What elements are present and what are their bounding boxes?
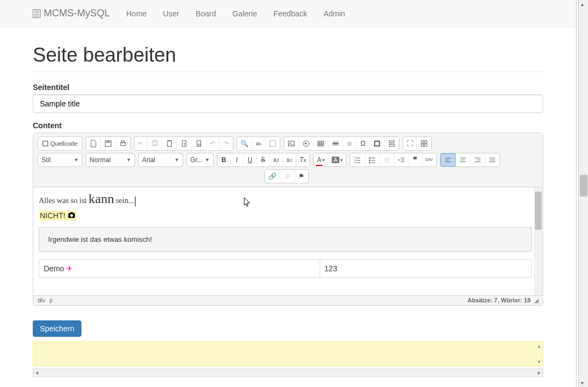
content-marker: NICHT!: [39, 211, 77, 221]
title-label: Seitentitel: [33, 83, 543, 92]
wordcount: Absätze: 7, Wörter: 18: [467, 297, 531, 304]
editor-toolbar: Quellcode ✂ T W ↶: [33, 133, 543, 187]
top-navbar: MCMS-MySQL Home User Board Galerie Feedb…: [0, 0, 576, 27]
horizontal-scrollbar[interactable]: ◂▸: [33, 368, 543, 377]
strike-button[interactable]: S: [257, 153, 270, 166]
flash-button[interactable]: [299, 137, 314, 150]
subscript-button[interactable]: x2: [270, 153, 283, 166]
element-path[interactable]: div p: [38, 297, 55, 304]
page-vscroll[interactable]: ▴ ▾: [578, 0, 588, 387]
find-button[interactable]: 🔍: [237, 137, 252, 150]
align-left-button[interactable]: [440, 153, 456, 166]
camera-icon: [68, 211, 75, 220]
svg-rect-7: [168, 140, 170, 141]
redo-button[interactable]: ↷: [220, 137, 233, 150]
plane-icon: ✈: [66, 264, 73, 273]
smiley-button[interactable]: ☺: [343, 137, 357, 150]
svg-rect-3: [121, 141, 124, 143]
link-button[interactable]: 🔗: [265, 170, 280, 183]
editor-content-area[interactable]: Alles was so ist kann sein... NICHT! Irg…: [33, 187, 543, 295]
svg-rect-2: [120, 142, 125, 145]
paste-button[interactable]: [162, 137, 177, 150]
table-button[interactable]: [314, 137, 328, 150]
paste-text-button[interactable]: T: [177, 137, 192, 150]
title-input[interactable]: [33, 94, 543, 113]
replace-button[interactable]: ab: [252, 137, 266, 150]
nav-galerie[interactable]: Galerie: [224, 9, 265, 18]
content-table: Demo ✈ 123: [39, 259, 532, 278]
anchor-button[interactable]: ⚑: [295, 170, 308, 183]
numberlist-button[interactable]: 123: [350, 153, 365, 166]
editor-vscroll[interactable]: [534, 187, 543, 295]
print-button[interactable]: [116, 137, 130, 150]
content-label: Content: [33, 121, 543, 130]
nav-admin[interactable]: Admin: [315, 9, 354, 18]
align-justify-button[interactable]: [485, 153, 499, 166]
svg-rect-30: [425, 141, 427, 143]
hr-button[interactable]: [328, 137, 343, 150]
align-right-button[interactable]: [471, 153, 485, 166]
brand-text: MCMS-MySQL: [44, 8, 110, 19]
bulletlist-button[interactable]: [365, 153, 380, 166]
selectall-button[interactable]: [266, 137, 280, 150]
svg-rect-25: [375, 142, 379, 146]
content-quote: Irgendwie ist das etwas komisch!: [39, 227, 532, 252]
brand-icon: [33, 9, 40, 18]
size-combo[interactable]: Gr...▼: [186, 153, 214, 167]
brand[interactable]: MCMS-MySQL: [33, 8, 118, 19]
paste-word-button[interactable]: W: [192, 137, 207, 150]
panel-arrow-down[interactable]: ▾: [538, 359, 540, 365]
align-center-button[interactable]: [456, 153, 471, 166]
panel-arrow-up[interactable]: ▴: [538, 343, 540, 349]
content-line-1: Alles was so ist kann sein...: [39, 192, 532, 206]
maximize-button[interactable]: ⛶: [403, 137, 417, 150]
svg-text:W: W: [197, 142, 201, 146]
svg-point-43: [369, 162, 371, 164]
unlink-button[interactable]: [280, 170, 295, 183]
rich-text-editor: Quellcode ✂ T W ↶: [33, 133, 543, 306]
preview-button[interactable]: [101, 137, 116, 150]
textcolor-button[interactable]: A▾: [314, 153, 328, 166]
bold-button[interactable]: B: [217, 153, 231, 166]
page-title: Seite bearbeiten: [33, 44, 543, 72]
nav-board[interactable]: Board: [187, 9, 224, 18]
svg-text:T: T: [183, 142, 186, 146]
svg-text:3: 3: [354, 161, 356, 164]
italic-button[interactable]: I: [231, 153, 244, 166]
pagebreak-button[interactable]: [385, 137, 399, 150]
svg-point-66: [70, 214, 73, 217]
outdent-button[interactable]: [380, 153, 395, 166]
indent-button[interactable]: [395, 153, 409, 166]
showblocks-button[interactable]: [417, 137, 431, 150]
specialchar-button[interactable]: Ω: [357, 137, 370, 150]
svg-point-41: [369, 160, 371, 162]
blockquote-button[interactable]: ❞: [409, 153, 422, 166]
svg-rect-32: [425, 144, 427, 146]
undo-button[interactable]: ↶: [207, 137, 220, 150]
save-button[interactable]: Speichern: [33, 320, 81, 337]
div-button[interactable]: DIV: [422, 153, 436, 166]
bottom-panel: ▴ ▾: [33, 341, 543, 366]
superscript-button[interactable]: x2: [283, 153, 296, 166]
newpage-button[interactable]: [86, 137, 101, 150]
nav-home[interactable]: Home: [118, 9, 155, 18]
format-combo[interactable]: Normal▼: [86, 153, 135, 167]
style-combo[interactable]: Stil▼: [38, 153, 83, 167]
svg-rect-12: [269, 141, 275, 147]
nav-user[interactable]: User: [155, 9, 187, 18]
copy-button[interactable]: [148, 137, 162, 150]
resize-handle[interactable]: ◢: [534, 297, 538, 304]
editor-statusbar: div p Absätze: 7, Wörter: 18 ◢: [33, 295, 543, 305]
iframe-button[interactable]: [370, 137, 385, 150]
removeformat-button[interactable]: Tx: [296, 153, 309, 166]
source-button[interactable]: Quellcode: [38, 137, 82, 150]
image-button[interactable]: [284, 137, 299, 150]
font-combo[interactable]: Arial▼: [138, 153, 183, 167]
underline-button[interactable]: U: [244, 153, 257, 166]
svg-rect-6: [167, 141, 171, 147]
bgcolor-button[interactable]: A▾: [328, 153, 345, 166]
svg-rect-65: [70, 212, 73, 214]
svg-point-39: [369, 157, 371, 159]
cut-button[interactable]: ✂: [134, 137, 148, 150]
nav-feedback[interactable]: Feedback: [265, 9, 315, 18]
